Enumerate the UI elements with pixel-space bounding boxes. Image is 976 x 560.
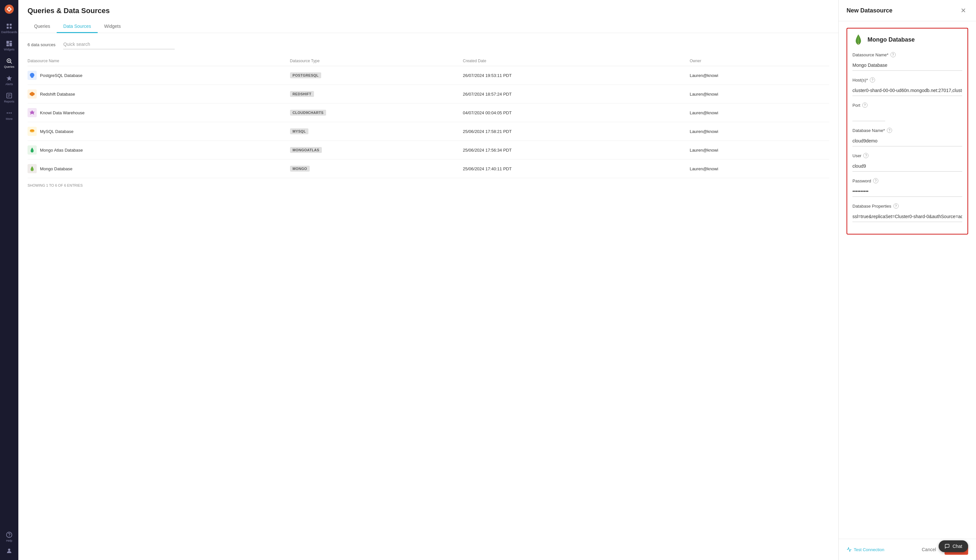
sidebar-item-widgets[interactable]: Widgets <box>0 38 18 54</box>
ds-name-text-1: Redshift Database <box>40 92 75 97</box>
sidebar-item-alerts[interactable]: Alerts <box>0 72 18 88</box>
hosts-label: Host(s)* ? <box>852 77 962 83</box>
table-row[interactable]: Redshift Database REDSHIFT 26/07/2024 18… <box>28 85 829 103</box>
cell-type-2: CLOUD9CHARTS <box>290 103 463 122</box>
page-title: Queries & Data Sources <box>28 7 829 15</box>
col-header-owner: Owner <box>690 56 829 66</box>
table-row[interactable]: PostgreSQL Database POSTGRESQL 26/07/202… <box>28 66 829 85</box>
cell-owner-5: Lauren@knowi <box>690 160 829 178</box>
tabs: Queries Data Sources Widgets <box>28 20 829 33</box>
cell-owner-0: Lauren@knowi <box>690 66 829 85</box>
data-table: Datasource Name Datasource Type Created … <box>28 56 829 178</box>
svg-rect-2 <box>10 24 12 26</box>
activity-icon <box>847 547 852 552</box>
user-help-icon[interactable]: ? <box>863 153 869 158</box>
cell-owner-1: Lauren@knowi <box>690 85 829 103</box>
port-input[interactable] <box>852 110 885 121</box>
sidebar-item-more[interactable]: More <box>0 107 18 123</box>
user-input[interactable] <box>852 161 962 172</box>
form-group-user: User ? <box>852 153 962 172</box>
form-group-db-props: Database Properties ? <box>852 203 962 222</box>
table-row[interactable]: Mongo Atlas Database MONGOATLAS 25/06/20… <box>28 141 829 160</box>
table-row[interactable]: Mongo Database MONGO 25/06/2024 17:40:11… <box>28 160 829 178</box>
hosts-input[interactable] <box>852 85 962 96</box>
cell-name-1: Redshift Database <box>28 85 290 103</box>
close-button[interactable]: ✕ <box>959 7 968 14</box>
panel-header: New Datasource ✕ <box>839 0 976 21</box>
type-badge-0: POSTGRESQL <box>290 72 321 78</box>
user-avatar[interactable] <box>5 545 14 557</box>
form-group-ds-name: Datasource Name* ? <box>852 52 962 71</box>
type-badge-1: REDSHIFT <box>290 91 314 97</box>
cell-name-4: Mongo Atlas Database <box>28 141 290 160</box>
tab-widgets[interactable]: Widgets <box>98 20 127 33</box>
ds-name-text-4: Mongo Atlas Database <box>40 148 83 153</box>
tab-data-sources[interactable]: Data Sources <box>57 20 98 33</box>
cell-name-2: Knowi Data Warehouse <box>28 103 290 122</box>
db-name-input[interactable] <box>852 136 962 147</box>
cell-type-0: POSTGRESQL <box>290 66 463 85</box>
cell-date-0: 26/07/2024 19:53:11 PDT <box>463 66 690 85</box>
mongo-db-title: Mongo Database <box>867 37 915 43</box>
type-badge-4: MONGOATLAS <box>290 147 322 153</box>
sidebar-item-help[interactable]: Help <box>5 529 14 545</box>
password-help-icon[interactable]: ? <box>873 178 878 183</box>
db-props-help-icon[interactable]: ? <box>893 203 899 208</box>
chat-icon <box>944 543 950 549</box>
search-input-wrap <box>63 40 175 50</box>
hosts-help-icon[interactable]: ? <box>870 77 875 83</box>
mongo-logo-icon <box>852 34 864 45</box>
user-label: User ? <box>852 153 962 158</box>
svg-point-18 <box>9 536 10 536</box>
password-input[interactable] <box>852 186 962 197</box>
svg-rect-5 <box>7 41 9 44</box>
cell-date-5: 25/06/2024 17:40:11 PDT <box>463 160 690 178</box>
col-header-type: Datasource Type <box>290 56 463 66</box>
sidebar-item-queries[interactable]: Queries <box>0 55 18 71</box>
svg-rect-6 <box>10 41 12 42</box>
ds-type-icon-0 <box>28 71 37 80</box>
app-logo[interactable] <box>3 3 15 15</box>
cell-name-5: Mongo Database <box>28 160 290 178</box>
cell-type-1: REDSHIFT <box>290 85 463 103</box>
ds-name-text-3: MySQL Database <box>40 129 74 134</box>
svg-rect-7 <box>7 45 9 47</box>
type-badge-5: MONGO <box>290 166 310 172</box>
cell-owner-4: Lauren@knowi <box>690 141 829 160</box>
panel-title: New Datasource <box>847 7 892 14</box>
sidebar-item-reports[interactable]: Reports <box>0 90 18 106</box>
cell-owner-2: Lauren@knowi <box>690 103 829 122</box>
svg-point-21 <box>30 129 34 131</box>
cell-date-2: 04/07/2024 00:04:05 PDT <box>463 103 690 122</box>
sidebar-item-dashboards[interactable]: Dashboards <box>0 20 18 37</box>
chat-button[interactable]: Chat <box>939 540 968 552</box>
table-row[interactable]: Knowi Data Warehouse CLOUD9CHARTS 04/07/… <box>28 103 829 122</box>
showing-text: SHOWING 1 TO 6 OF 6 ENTRIES <box>28 183 829 187</box>
db-props-input[interactable] <box>852 211 962 222</box>
ds-type-icon-3 <box>28 127 37 136</box>
test-connection-button[interactable]: Test Connection <box>847 547 884 552</box>
db-name-help-icon[interactable]: ? <box>887 128 892 133</box>
ds-name-input[interactable] <box>852 60 962 71</box>
db-name-label: Database Name* ? <box>852 128 962 133</box>
data-count: 6 data sources <box>28 42 55 47</box>
table-row[interactable]: MySQL Database MYSQL 25/06/2024 17:58:21… <box>28 122 829 141</box>
type-badge-3: MYSQL <box>290 128 309 134</box>
search-row: 6 data sources <box>28 40 829 50</box>
svg-rect-1 <box>7 24 9 26</box>
ds-type-icon-2 <box>28 108 37 117</box>
cell-date-4: 25/06/2024 17:56:34 PDT <box>463 141 690 160</box>
port-help-icon[interactable]: ? <box>862 103 867 108</box>
cell-date-3: 25/06/2024 17:58:21 PDT <box>463 122 690 141</box>
ds-type-icon-1 <box>28 89 37 98</box>
ds-name-help-icon[interactable]: ? <box>891 52 896 57</box>
col-header-date: Created Date <box>463 56 690 66</box>
search-input[interactable] <box>63 40 175 50</box>
cancel-button[interactable]: Cancel <box>916 544 941 555</box>
sidebar: Dashboards Widgets Queries Alerts <box>0 0 18 560</box>
cell-name-0: PostgreSQL Database <box>28 66 290 85</box>
form-box: Mongo Database Datasource Name* ? Host(s… <box>847 28 968 235</box>
type-badge-2: CLOUD9CHARTS <box>290 110 326 116</box>
tab-queries[interactable]: Queries <box>28 20 57 33</box>
port-label: Port ? <box>852 103 962 108</box>
